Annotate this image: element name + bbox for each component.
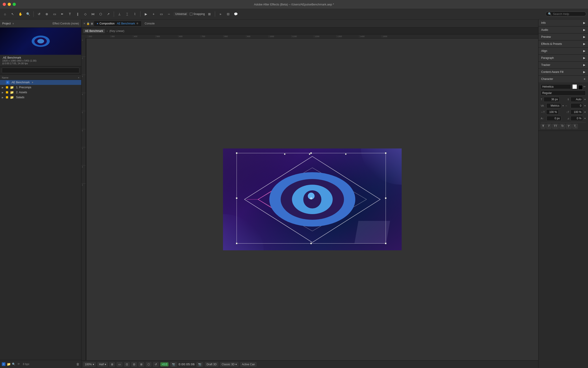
motion-sketch[interactable]: ▭ bbox=[158, 11, 164, 17]
search-input[interactable] bbox=[553, 12, 582, 16]
interpret-footage-btn[interactable]: ⟳ bbox=[18, 363, 20, 366]
grid-btn[interactable]: ⊞ bbox=[206, 11, 213, 17]
project-item-ae-benchmark[interactable]: C .AE Benchmark ▾ bbox=[0, 80, 81, 85]
leading-chevron[interactable]: ▾ bbox=[584, 98, 586, 101]
close-tab-icon[interactable]: ✕ bbox=[83, 22, 86, 25]
align-tool[interactable]: ↔ bbox=[166, 11, 172, 17]
project-item-precomps[interactable]: ▶ 📁 1. Precomps bbox=[0, 85, 81, 90]
renderer-selector[interactable]: Classic 3D ▾ bbox=[220, 362, 238, 367]
extra-handle-1[interactable] bbox=[284, 153, 285, 155]
project-search-input[interactable] bbox=[2, 68, 79, 73]
project-item-salads[interactable]: ▶ 📁 Salads bbox=[0, 95, 81, 100]
fit-btn[interactable]: ⊞ bbox=[109, 362, 115, 367]
expand-icon-2[interactable]: ▶ bbox=[2, 86, 5, 89]
font-family-select[interactable]: Helvetica bbox=[541, 84, 571, 89]
time-shift-display[interactable]: +0.0 bbox=[160, 362, 169, 366]
tracking-chevron[interactable]: ▾ bbox=[584, 104, 586, 107]
renderer-toggle[interactable]: Draft 3D bbox=[205, 362, 218, 367]
search-container[interactable]: 🔍 bbox=[545, 11, 586, 16]
fill-color-swatch[interactable] bbox=[572, 84, 577, 89]
fast-preview-btn[interactable]: ↺ bbox=[153, 362, 159, 367]
stroke-color-swatch[interactable] bbox=[578, 85, 583, 90]
pin-tool[interactable]: ⋈ bbox=[90, 11, 96, 17]
minimize-button[interactable] bbox=[8, 3, 11, 6]
comp-tab-settings[interactable]: ⚙ bbox=[136, 22, 138, 25]
section-effects-header[interactable]: Effects & Presets ▶ bbox=[538, 40, 588, 47]
comment-btn[interactable]: 💬 bbox=[233, 11, 239, 17]
close-button[interactable] bbox=[3, 3, 6, 6]
section-character-header[interactable]: Character ≡ bbox=[538, 76, 588, 82]
play-btn[interactable]: ▶ bbox=[143, 11, 149, 17]
workspace-btn[interactable]: ⊟ bbox=[225, 11, 231, 17]
section-audio-header[interactable]: Audio ▶ bbox=[538, 27, 588, 33]
search-project-btn[interactable]: 🔍 bbox=[12, 363, 15, 366]
delete-btn[interactable]: 🗑 bbox=[76, 362, 79, 366]
section-tracker-header[interactable]: Tracker ▶ bbox=[538, 62, 588, 68]
bold-btn[interactable]: T bbox=[541, 124, 545, 129]
brush-tool[interactable]: ∥ bbox=[74, 11, 81, 17]
section-content-aware-header[interactable]: Content-Aware Fill ▶ bbox=[538, 69, 588, 75]
rulers-btn[interactable]: ⊞ bbox=[139, 362, 144, 367]
new-comp-btn[interactable]: C bbox=[2, 362, 5, 366]
overflow-btn[interactable]: » bbox=[217, 11, 224, 17]
pen-tool[interactable]: ✒ bbox=[59, 11, 65, 17]
section-paragraph-header[interactable]: Paragraph ▶ bbox=[538, 55, 588, 61]
eraser-tool[interactable]: ◇ bbox=[82, 11, 89, 17]
lock-tab-icon[interactable]: 🔒 bbox=[86, 22, 90, 25]
panel-menu-icon[interactable]: ≡ bbox=[12, 22, 14, 25]
safe-areas-btn[interactable]: ⊡ bbox=[124, 362, 130, 367]
zoom-selector[interactable]: 100% ▾ bbox=[83, 362, 96, 367]
transform-tool[interactable]: ⊕ bbox=[44, 11, 50, 17]
superscript-btn[interactable]: Tr bbox=[566, 124, 571, 129]
add-marker[interactable]: + bbox=[150, 11, 157, 17]
tsukuri-input[interactable] bbox=[570, 116, 583, 121]
font-style-select[interactable]: Regular bbox=[541, 91, 586, 95]
vert-scale-chevron[interactable]: ▾ bbox=[584, 111, 586, 114]
panel-menu-icon-2[interactable]: ▣ bbox=[91, 22, 93, 25]
kerning-chevron[interactable]: ▾ bbox=[562, 104, 564, 107]
allcaps-btn[interactable]: TT bbox=[552, 124, 559, 129]
text-tool[interactable]: T bbox=[67, 11, 73, 17]
subscript-btn[interactable]: Tr bbox=[572, 124, 578, 129]
color-channels-btn[interactable]: ⬡ bbox=[146, 362, 151, 367]
tsukuri-chevron[interactable]: ▾ bbox=[584, 117, 586, 120]
section-align-header[interactable]: Align ▶ bbox=[538, 47, 588, 54]
zoom-tool[interactable]: 🔍 bbox=[25, 11, 31, 17]
roto-tool[interactable]: ↗ bbox=[105, 11, 111, 17]
font-size-input[interactable] bbox=[544, 97, 560, 102]
camera-tool-2[interactable]: ⌶ bbox=[124, 11, 130, 17]
section-info-header[interactable]: Info ▶ bbox=[538, 19, 588, 26]
italic-btn[interactable]: T bbox=[546, 124, 551, 129]
extra-handle-3[interactable] bbox=[345, 153, 347, 155]
quality-selector[interactable]: Half ▾ bbox=[98, 362, 108, 367]
smallcaps-btn[interactable]: Tr bbox=[560, 124, 565, 129]
project-item-assets[interactable]: ▶ 📁 2. Assets bbox=[0, 90, 81, 95]
tracking-input[interactable] bbox=[570, 103, 583, 108]
section-preview-header[interactable]: Preview ▶ bbox=[538, 34, 588, 40]
hand-tool[interactable]: ✋ bbox=[17, 11, 24, 17]
camera-icon[interactable]: 📷 bbox=[196, 362, 203, 367]
home-icon[interactable]: ⌂ bbox=[2, 11, 8, 17]
viewport[interactable]: 1 2 3 4 5 6 7 8 9 bbox=[81, 38, 538, 360]
leading-input[interactable] bbox=[570, 97, 583, 102]
extra-handle-2[interactable] bbox=[309, 153, 310, 155]
baseline-input[interactable] bbox=[547, 116, 561, 121]
shape-rect-tool[interactable]: ▭ bbox=[51, 11, 58, 17]
horiz-scale-input[interactable] bbox=[546, 110, 559, 115]
light-tool[interactable]: ⌇ bbox=[132, 11, 138, 17]
color-edit-icon[interactable]: ✏ bbox=[583, 85, 586, 88]
snapshot-btn[interactable]: 📷 bbox=[170, 362, 177, 367]
maximize-button[interactable] bbox=[13, 3, 16, 6]
selection-tool[interactable]: ↖ bbox=[9, 11, 16, 17]
guides-btn[interactable]: ⊟ bbox=[131, 362, 137, 367]
tab-composition[interactable]: ■ Composition AE Benchmark ⚙ bbox=[94, 21, 141, 26]
snapping-toggle[interactable]: Snapping bbox=[190, 12, 205, 16]
expand-icon-4[interactable]: ▶ bbox=[2, 96, 5, 99]
kerning-input[interactable] bbox=[546, 103, 561, 108]
comp-subbar-arrow[interactable]: ‹ bbox=[107, 29, 108, 33]
active-cam-selector[interactable]: Active Can bbox=[240, 362, 257, 367]
project-search-bar[interactable] bbox=[0, 66, 81, 75]
vert-scale-input[interactable] bbox=[570, 110, 583, 115]
orbit-tool[interactable]: ↺ bbox=[36, 11, 42, 17]
new-folder-btn[interactable]: 📁 bbox=[7, 362, 11, 366]
